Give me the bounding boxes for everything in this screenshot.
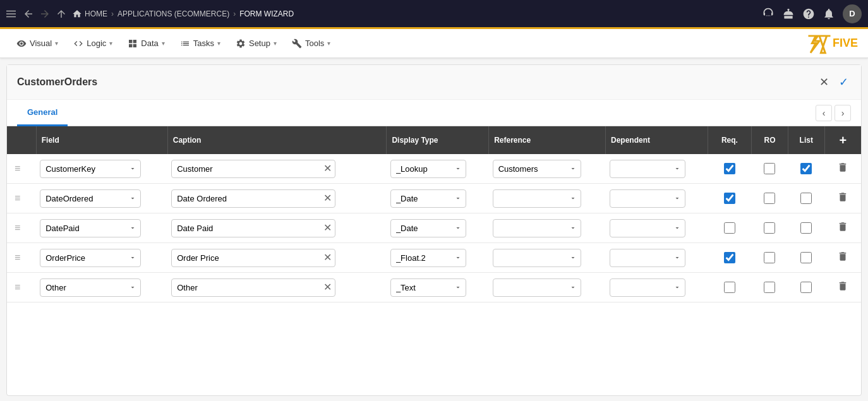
breadcrumb: HOME › APPLICATIONS (ECOMMERCE) › FORM W… — [72, 9, 757, 19]
tab-prev-button[interactable]: ‹ — [816, 105, 832, 121]
req-checkbox-wrap — [711, 193, 747, 204]
caption-clear-button[interactable]: ✕ — [323, 164, 332, 174]
toolbar-setup[interactable]: Setup ▾ — [229, 35, 283, 52]
caption-input[interactable] — [171, 278, 335, 297]
field-select[interactable]: DatePaid — [40, 219, 141, 237]
reference-select[interactable] — [493, 219, 581, 237]
svg-rect-1 — [6, 13, 16, 15]
ro-checkbox[interactable] — [764, 222, 775, 234]
drag-handle[interactable]: ≡ — [11, 222, 24, 233]
tab-general[interactable]: General — [17, 100, 68, 126]
req-checkbox[interactable] — [724, 163, 735, 174]
notifications-icon[interactable] — [823, 8, 835, 20]
list-checkbox[interactable] — [800, 222, 812, 234]
caption-input[interactable] — [171, 189, 335, 208]
req-checkbox[interactable] — [724, 222, 735, 234]
tab-navigation: ‹ › — [816, 105, 851, 121]
caption-input[interactable] — [171, 160, 335, 178]
ro-checkbox[interactable] — [764, 282, 775, 293]
menu-icon[interactable] — [6, 8, 18, 20]
display-type-select[interactable]: _Date — [390, 219, 466, 237]
req-checkbox[interactable] — [724, 282, 735, 293]
logic-arrow: ▾ — [109, 40, 112, 47]
req-checkbox[interactable] — [724, 252, 735, 263]
nav-icons — [6, 8, 67, 20]
ro-checkbox-wrap — [756, 193, 785, 204]
headset-icon[interactable] — [762, 8, 775, 20]
dependent-select[interactable] — [610, 219, 685, 237]
toolbar-visual[interactable]: Visual ▾ — [10, 35, 64, 52]
caption-clear-button[interactable]: ✕ — [323, 223, 332, 233]
delete-row-button[interactable] — [835, 248, 851, 267]
field-select[interactable]: CustomerKey — [40, 160, 141, 178]
req-checkbox[interactable] — [724, 193, 735, 204]
confirm-button[interactable]: ✓ — [836, 73, 851, 92]
caption-input[interactable] — [171, 219, 335, 237]
display-type-select[interactable]: _Text — [390, 278, 466, 297]
toolbar-logic[interactable]: Logic ▾ — [67, 35, 119, 52]
ro-checkbox-wrap — [756, 163, 785, 174]
forward-icon[interactable] — [39, 8, 51, 20]
field-select[interactable]: Other — [40, 278, 141, 297]
field-select[interactable]: OrderPrice — [40, 249, 141, 267]
home-nav[interactable]: HOME — [72, 9, 107, 19]
list-checkbox[interactable] — [800, 193, 812, 204]
toolbar-data[interactable]: Data ▾ — [121, 35, 171, 52]
page-container: CustomerOrders ✕ ✓ General ‹ › Field Cap… — [6, 64, 862, 396]
ro-checkbox[interactable] — [764, 193, 775, 204]
page-header: CustomerOrders ✕ ✓ — [7, 65, 861, 100]
breadcrumb-home: HOME — [85, 9, 107, 18]
caption-clear-button[interactable]: ✕ — [323, 193, 332, 203]
caption-clear-button[interactable]: ✕ — [323, 253, 332, 263]
reference-select[interactable] — [493, 278, 581, 297]
add-row-button[interactable]: + — [835, 133, 850, 148]
setup-arrow: ▾ — [274, 40, 277, 47]
ro-checkbox[interactable] — [764, 252, 775, 263]
avatar[interactable]: D — [843, 4, 862, 23]
up-icon[interactable] — [56, 8, 67, 20]
caption-clear-button[interactable]: ✕ — [323, 282, 332, 292]
table-row: ≡CustomerKey✕_LookupCustomers — [7, 154, 861, 184]
display-type-select[interactable]: _Date — [390, 189, 466, 208]
drag-handle[interactable]: ≡ — [11, 252, 24, 263]
breadcrumb-app[interactable]: APPLICATIONS (ECOMMERCE) — [118, 9, 229, 18]
th-drag — [7, 126, 36, 154]
display-type-select[interactable]: _Lookup — [390, 160, 466, 178]
dependent-select[interactable] — [610, 278, 685, 297]
back-icon[interactable] — [23, 8, 34, 20]
dependent-select[interactable] — [610, 249, 685, 267]
field-select[interactable]: DateOrdered — [40, 189, 141, 208]
toolbar-tasks[interactable]: Tasks ▾ — [174, 35, 227, 52]
drag-handle[interactable]: ≡ — [11, 163, 24, 174]
reference-select[interactable] — [493, 189, 581, 208]
list-checkbox[interactable] — [800, 163, 812, 174]
help-icon[interactable] — [802, 8, 815, 20]
tab-bar: General ‹ › — [7, 100, 861, 126]
ro-checkbox[interactable] — [764, 163, 775, 174]
caption-input[interactable] — [171, 249, 335, 267]
toolbar-tasks-label: Tasks — [193, 39, 214, 48]
dependent-select[interactable] — [610, 189, 685, 208]
caption-wrap: ✕ — [171, 219, 335, 237]
drag-handle[interactable]: ≡ — [11, 282, 24, 292]
table-row: ≡Other✕_Text — [7, 273, 861, 302]
reference-select[interactable]: Customers — [493, 160, 581, 178]
list-checkbox[interactable] — [800, 252, 812, 263]
delete-row-button[interactable] — [835, 159, 851, 178]
req-checkbox-wrap — [711, 282, 747, 293]
delete-row-button[interactable] — [835, 189, 851, 208]
close-button[interactable]: ✕ — [817, 73, 831, 92]
reference-select[interactable] — [493, 249, 581, 267]
drag-handle[interactable]: ≡ — [11, 193, 24, 203]
delete-row-button[interactable] — [835, 218, 851, 237]
toolbar-tools[interactable]: Tools ▾ — [286, 35, 337, 52]
dependent-select[interactable] — [610, 160, 685, 178]
data-arrow: ▾ — [162, 40, 165, 47]
tab-next-button[interactable]: › — [835, 105, 851, 121]
list-checkbox[interactable] — [800, 282, 812, 293]
th-dependent: Dependent — [606, 126, 708, 154]
tools-arrow: ▾ — [327, 40, 330, 47]
delete-row-button[interactable] — [835, 278, 851, 297]
display-type-select[interactable]: _Float.2 — [390, 249, 466, 267]
bot-icon[interactable] — [782, 8, 795, 20]
